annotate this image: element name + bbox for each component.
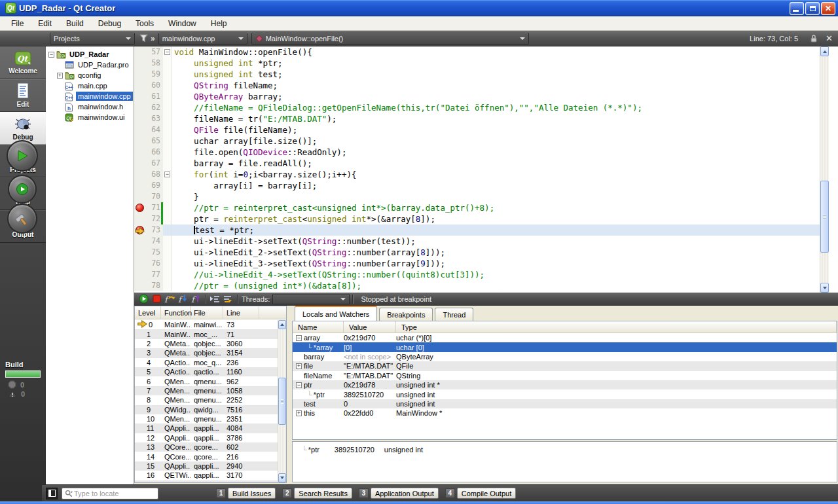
menu-debug[interactable]: Debug xyxy=(91,17,128,30)
close-split-icon[interactable]: ✕ xyxy=(826,33,833,43)
collapse-icon[interactable]: − xyxy=(296,335,302,341)
breakpoint-icon[interactable] xyxy=(136,204,144,212)
collapse-icon[interactable]: − xyxy=(296,382,302,388)
fold-margin[interactable] xyxy=(163,236,172,247)
breakpoint-margin[interactable] xyxy=(134,135,145,147)
output-pane-compile-output[interactable]: 4Compile Output xyxy=(445,488,516,499)
menu-file[interactable]: File xyxy=(4,17,31,30)
pane-number-badge[interactable]: 1 xyxy=(216,488,226,498)
tab-locals-and-watchers[interactable]: Locals and Watchers xyxy=(295,306,377,321)
editor-line-78[interactable]: 78 //ptr = (unsigned int*)(&data[8]); xyxy=(134,280,829,291)
output-pane-search-results[interactable]: 2Search Results xyxy=(282,488,352,499)
stack-frame-row[interactable]: 12QAppli...qappli...3786 xyxy=(135,433,278,442)
step-into-button[interactable]: f xyxy=(176,294,189,304)
continue-button[interactable] xyxy=(137,294,150,304)
fold-margin[interactable] xyxy=(163,58,172,69)
editor-line-65[interactable]: 65 uchar array[file.size()]; xyxy=(134,135,829,147)
stack-frame-row[interactable]: 6QMen...qmenu...962 xyxy=(135,376,278,386)
editor-line-64[interactable]: 64 QFile file(fileName); xyxy=(134,124,829,135)
editor-line-74[interactable]: 74 ui->lineEdit->setText(QString::number… xyxy=(134,236,829,247)
collapse-icon[interactable]: − xyxy=(48,52,54,58)
breakpoint-margin[interactable] xyxy=(134,280,145,291)
stack-scrollbar-thumb[interactable] xyxy=(278,378,286,425)
fold-margin[interactable] xyxy=(163,102,172,113)
fold-margin[interactable] xyxy=(163,213,172,225)
scroll-up-icon[interactable] xyxy=(278,320,286,329)
menu-build[interactable]: Build xyxy=(59,17,91,30)
pane-button-label[interactable]: Build Issues xyxy=(228,488,276,499)
tree-item-mainwindow-h[interactable]: hmainwindow.h xyxy=(46,101,134,112)
breakpoint-margin[interactable] xyxy=(134,169,145,180)
fold-collapse-icon[interactable]: − xyxy=(164,49,170,55)
breakpoint-margin[interactable] xyxy=(134,180,145,191)
breakpoint-margin[interactable] xyxy=(134,258,145,269)
variable-row-array[interactable]: −array0x219d70uchar (*)[0] xyxy=(293,333,837,342)
expand-icon[interactable]: + xyxy=(57,73,63,79)
fold-margin[interactable] xyxy=(163,113,172,124)
expand-icon[interactable]: + xyxy=(296,363,302,369)
output-pane-application-output[interactable]: 3Application Output xyxy=(359,488,439,499)
variable-row-this[interactable]: +this0x22fdd0MainWindow * xyxy=(293,408,837,418)
pane-button-label[interactable]: Application Output xyxy=(371,488,439,499)
tree-item-udp-radar[interactable]: −QtUDP_Radar xyxy=(46,49,134,60)
stack-frame-row[interactable]: 17QWid...qwidg...1674 xyxy=(135,480,278,482)
breakpoint-margin[interactable] xyxy=(134,269,145,280)
fold-margin[interactable] xyxy=(163,147,172,158)
editor-line-70[interactable]: 70 } xyxy=(134,191,829,202)
editor-line-66[interactable]: 66 file.open(QIODevice::ReadOnly); xyxy=(134,147,829,158)
breakpoint-margin[interactable] xyxy=(134,191,145,202)
variable-row-test[interactable]: test0unsigned int xyxy=(293,399,837,408)
stack-frame-row[interactable]: 16QETWi...qappli...3170 xyxy=(135,471,278,480)
fold-margin[interactable] xyxy=(163,202,172,213)
breakpoint-margin[interactable] xyxy=(134,147,145,158)
breakpoint-margin[interactable] xyxy=(134,46,145,58)
stack-frame-row[interactable]: 5QActio...qactio...1160 xyxy=(135,367,278,376)
fold-collapse-icon[interactable]: − xyxy=(164,171,170,177)
stack-frame-row[interactable]: 3QMeta...qobjec...3154 xyxy=(135,348,278,357)
tree-item-qconfig[interactable]: +Qtqconfig xyxy=(46,70,134,81)
editor-line-60[interactable]: 60 QString fileName; xyxy=(134,80,829,91)
stack-frame-row[interactable]: 9QWidg...qwidg...7516 xyxy=(135,405,278,414)
menu-window[interactable]: Window xyxy=(161,17,204,30)
scroll-down-icon[interactable] xyxy=(278,473,286,482)
fold-margin[interactable] xyxy=(163,225,172,236)
output-pane-build-issues[interactable]: 1Build Issues xyxy=(216,488,276,499)
variable-row--ptr[interactable]: └*ptr3892510720unsigned int xyxy=(293,389,837,399)
tab-breakpoints[interactable]: Breakpoints xyxy=(379,308,433,321)
breakpoint-margin[interactable] xyxy=(134,247,145,258)
fold-margin[interactable] xyxy=(163,80,172,91)
locals-header-type[interactable]: Type xyxy=(396,321,837,333)
locator-input[interactable] xyxy=(74,490,155,497)
symbol-combo[interactable]: MainWindow::openFile() xyxy=(251,33,529,45)
variable-row-file[interactable]: +file"E:/MTAB.DAT"QFile xyxy=(293,361,837,370)
editor-line-57[interactable]: 57−void MainWindow::openFile(){ xyxy=(134,46,829,58)
fold-margin[interactable]: − xyxy=(163,46,172,58)
stop-button[interactable] xyxy=(150,294,163,304)
editor-line-62[interactable]: 62 //fileName = QFileDialog::getOpenFile… xyxy=(134,102,829,113)
menu-help[interactable]: Help xyxy=(204,17,234,30)
breakpoint-margin[interactable] xyxy=(134,102,145,113)
build-button[interactable] xyxy=(7,204,37,234)
filter-icon[interactable] xyxy=(139,34,148,43)
locals-header-name[interactable]: Name xyxy=(293,321,344,333)
projects-combo[interactable]: Projects xyxy=(50,33,135,45)
variable-row--array[interactable]: └*array[0]uchar [0] xyxy=(293,342,837,351)
expand-icon[interactable]: + xyxy=(296,410,302,416)
stack-header-function[interactable]: Function xyxy=(161,306,191,319)
editor-scrollbar-thumb[interactable] xyxy=(820,181,829,253)
breakpoint-margin[interactable] xyxy=(134,158,145,169)
tree-item-mainwindow-ui[interactable]: Qtmainwindow.ui xyxy=(46,112,134,122)
tree-item-main-cpp[interactable]: C++main.cpp xyxy=(46,81,134,91)
breakpoint-margin[interactable] xyxy=(134,124,145,135)
fold-margin[interactable] xyxy=(163,91,172,102)
editor-vertical-scrollbar[interactable] xyxy=(820,46,829,293)
mode-welcome[interactable]: QtWelcome xyxy=(0,46,46,79)
breakpoint-margin[interactable] xyxy=(134,225,145,236)
editor-line-75[interactable]: 75 ui->lineEdit_2->setText(QString::numb… xyxy=(134,247,829,258)
pane-number-badge[interactable]: 4 xyxy=(445,488,455,498)
fold-margin[interactable] xyxy=(163,191,172,202)
breakpoint-margin[interactable] xyxy=(134,113,145,124)
editor-line-59[interactable]: 59 unsigned int test; xyxy=(134,69,829,80)
breakpoint-margin[interactable] xyxy=(134,202,145,213)
lock-icon[interactable] xyxy=(810,34,818,43)
